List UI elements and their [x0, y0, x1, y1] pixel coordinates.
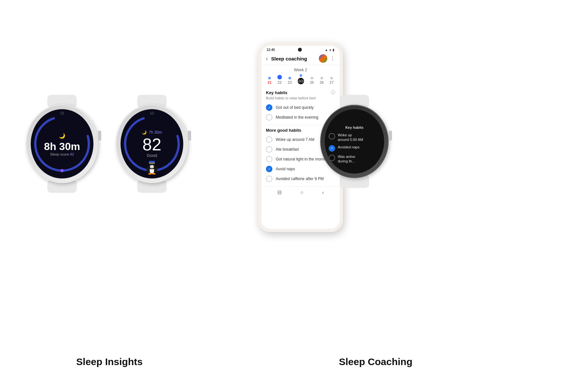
sleep-coaching-label: Sleep Coaching — [284, 356, 467, 367]
habit-text-breakfast: Ate breakfast — [276, 147, 299, 152]
kh-check-active — [329, 155, 335, 161]
app-logo — [319, 54, 327, 63]
watch-asis-content: 8h 30m Sleep score 82 — [44, 131, 80, 156]
habit-check-avoid-naps[interactable]: ✓ — [266, 166, 272, 172]
phone-bottom-nav: ⊟ ○ ‹ — [261, 186, 340, 198]
battery-icon: ▮ — [333, 48, 335, 52]
watch-face-tobe: 12 🌙 7h 30m 82 Good — [121, 109, 183, 178]
kh-text-avoided-naps: Avoided naps — [338, 145, 359, 149]
day-num-27: 27 — [330, 80, 334, 84]
habit-check-got-out[interactable]: ✓ — [266, 104, 272, 111]
week-header: Week 2 — [261, 65, 340, 74]
watch-tobe: 12 🌙 7h 30m 82 Good — [116, 105, 188, 183]
kh-item-woke-up: Woke uparound 5:00 AM — [327, 133, 382, 142]
kh-item-avoided-naps: ✓ Avoided naps — [327, 145, 382, 152]
status-time: 12:45 — [267, 48, 275, 52]
day-num-21: 21 — [268, 80, 271, 84]
day-25[interactable]: 25 — [310, 77, 314, 84]
day-dot-23 — [288, 77, 291, 79]
overlay-crown — [389, 131, 392, 141]
day-26[interactable]: 26 — [320, 77, 324, 84]
key-habits-card: Key habits Woke uparound 5:00 AM ✓ Avoid… — [327, 126, 382, 166]
info-icon[interactable]: ⓘ — [331, 90, 335, 95]
wifi-icon: ● — [329, 48, 331, 52]
sleep-insights-label: Sleep Insights — [16, 356, 203, 367]
nav-title: Sleep coaching — [271, 56, 319, 61]
day-21[interactable]: 21 — [268, 77, 271, 84]
habits-title: Key habits — [266, 90, 287, 95]
overlay-watch-face: Key habits Woke uparound 5:00 AM ✓ Avoid… — [325, 109, 384, 174]
habit-check-caffeine[interactable] — [266, 176, 272, 182]
day-24[interactable]: 10/24 — [298, 74, 304, 84]
day-num-24: 10/24 — [298, 78, 304, 84]
status-icons: ▲ ● ▮ — [325, 48, 335, 52]
day-num-26: 26 — [320, 80, 324, 84]
habit-check-meditated[interactable] — [266, 114, 272, 121]
day-22[interactable]: 22 — [277, 75, 282, 84]
day-23[interactable]: 23 — [288, 77, 292, 84]
day-dot-21 — [268, 77, 271, 79]
habit-text-woke-up: Woke up around 7 AM — [276, 137, 315, 142]
day-dot-25 — [311, 77, 313, 79]
day-row: 21 22 23 10/24 25 — [261, 74, 340, 87]
kh-card-title: Key habits — [327, 126, 382, 129]
watch-body: 12 🌙 8h 30m Sleep score 82 — [26, 105, 98, 183]
day-num-22: 22 — [278, 80, 282, 84]
svg-point-1 — [60, 169, 64, 172]
kh-text-active: Was activeduring th... — [338, 154, 355, 164]
kh-text-woke-up: Woke uparound 5:00 AM — [338, 133, 363, 142]
watch-12-asis: 12 — [60, 111, 64, 115]
back-button[interactable]: ‹ — [266, 55, 268, 62]
habit-text-avoid-naps: Avoid naps — [276, 167, 295, 171]
day-dot-26 — [320, 77, 323, 79]
overlay-watch-body: Key habits Woke uparound 5:00 AM ✓ Avoid… — [320, 105, 389, 178]
nav-menu-icon[interactable]: ⊟ — [277, 189, 282, 195]
habit-check-woke-up[interactable] — [266, 136, 272, 143]
watch-score-tobe: 82 — [142, 136, 162, 153]
watch-face-asis: 12 🌙 8h 30m Sleep score 82 — [31, 109, 93, 178]
status-bar: 12:45 ▲ ● ▮ — [261, 46, 340, 52]
day-dot-24 — [300, 74, 302, 77]
watch-tobe-content: 🌙 7h 30m 82 Good — [142, 130, 162, 158]
habit-text-meditated: Meditated in the evening — [276, 115, 318, 120]
habit-text-got-out: Got out of bed quickly — [276, 105, 314, 110]
watch-body-tobe: 12 🌙 7h 30m 82 Good — [116, 105, 188, 183]
signal-icon: ▲ — [325, 48, 328, 52]
watch-score-label: Sleep score 82 — [44, 152, 80, 156]
kh-check-avoided-naps: ✓ — [329, 145, 335, 152]
habit-text-caffeine: Avoided caffeine after 9 PM — [276, 177, 324, 181]
watch-overlay: Key habits Woke uparound 5:00 AM ✓ Avoid… — [320, 105, 389, 178]
habits-subtitle: Build habits to relax before bed — [266, 96, 335, 100]
habit-check-natural-light[interactable] — [266, 156, 272, 162]
watch-duration: 🌙 7h 30m — [142, 130, 162, 135]
crown — [98, 131, 101, 141]
day-27[interactable]: 27 — [330, 77, 334, 84]
kh-item-active: Was activeduring th... — [327, 154, 382, 164]
day-num-23: 23 — [288, 80, 292, 84]
nav-home-icon[interactable]: ○ — [300, 190, 303, 195]
svg-point-11 — [153, 166, 154, 166]
camera-notch — [298, 48, 302, 52]
more-menu-button[interactable]: ⋮ — [330, 56, 335, 62]
crown-tobe — [188, 131, 191, 141]
day-num-25: 25 — [310, 80, 314, 84]
watch-time-asis: 8h 30m — [44, 141, 80, 152]
svg-point-10 — [151, 166, 152, 166]
kh-check-woke-up — [329, 133, 335, 140]
habits-title-row: Key habits ⓘ — [266, 90, 335, 95]
svg-rect-18 — [149, 161, 155, 163]
nav-back-icon[interactable]: ‹ — [322, 190, 324, 195]
day-dot-27 — [330, 77, 333, 79]
watch-asis: 12 🌙 8h 30m Sleep score 82 — [26, 105, 98, 183]
penguin-icon — [145, 160, 159, 175]
svg-rect-19 — [149, 163, 155, 163]
watch-12-tobe: 12 — [150, 111, 154, 115]
habit-check-breakfast[interactable] — [266, 146, 272, 153]
day-dot-22 — [277, 75, 282, 79]
phone-nav: ‹ Sleep coaching ⋮ — [261, 52, 340, 65]
